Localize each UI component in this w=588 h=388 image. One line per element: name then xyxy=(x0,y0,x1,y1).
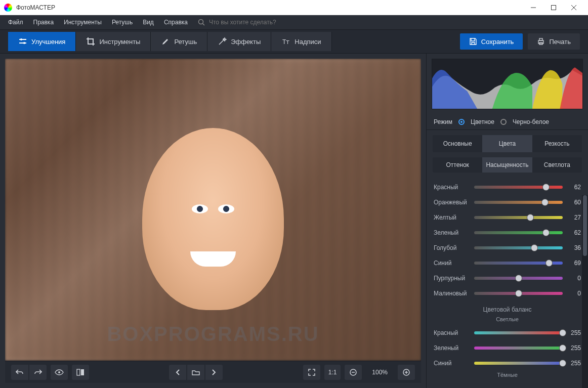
mode-row: Режим Цветное Черно-белое xyxy=(427,114,588,130)
compare-button[interactable] xyxy=(72,365,89,380)
slider-track[interactable] xyxy=(474,331,563,334)
window-maximize-button[interactable] xyxy=(543,1,564,15)
window-titlebar: ФотоМАСТЕР xyxy=(0,0,588,15)
menu-view[interactable]: Вид xyxy=(139,17,158,28)
slider-track[interactable] xyxy=(474,277,563,280)
panel-tab-sharpness[interactable]: Резкость xyxy=(532,135,582,152)
right-panel: Режим Цветное Черно-белое Основные Цвета… xyxy=(426,54,588,388)
mode-option-bw[interactable]: Черно-белое xyxy=(513,118,549,125)
slider-value: 69 xyxy=(567,260,581,267)
slider-label: Красный xyxy=(434,329,470,336)
svg-point-14 xyxy=(58,371,60,373)
slider-track[interactable] xyxy=(474,292,563,295)
mode-radio-bw[interactable] xyxy=(500,119,507,125)
slider-thumb[interactable] xyxy=(542,229,550,236)
slider-thumb[interactable] xyxy=(527,214,534,221)
slider-track[interactable] xyxy=(474,186,563,189)
next-image-button[interactable] xyxy=(205,365,223,380)
tab-label: Улучшения xyxy=(31,38,65,46)
svg-line-5 xyxy=(202,24,204,26)
window-minimize-button[interactable] xyxy=(523,1,543,15)
menu-retouch[interactable]: Ретушь xyxy=(108,17,137,28)
menu-tools[interactable]: Инструменты xyxy=(60,17,106,28)
slider-value: 255 xyxy=(567,344,581,352)
slider-track[interactable] xyxy=(474,347,563,350)
prev-image-button[interactable] xyxy=(169,365,186,380)
slider-thumb[interactable] xyxy=(515,275,522,282)
slider-thumb[interactable] xyxy=(559,360,566,367)
scrollbar-thumb[interactable] xyxy=(583,195,587,256)
slider-track[interactable] xyxy=(474,262,563,265)
slider-label: Зеленый xyxy=(434,229,470,236)
menubar: Файл Правка Инструменты Ретушь Вид Справ… xyxy=(0,15,588,29)
menu-file[interactable]: Файл xyxy=(4,17,27,28)
slider-value: 36 xyxy=(567,244,581,251)
sub-tab-lightness[interactable]: Светлота xyxy=(532,157,582,173)
sub-tab-hue[interactable]: Оттенок xyxy=(433,157,482,173)
mode-label: Режим xyxy=(434,118,452,125)
slider-value: 62 xyxy=(567,184,581,191)
slider-row: Красный255 xyxy=(434,325,581,340)
slider-track[interactable] xyxy=(474,246,563,249)
browse-button[interactable] xyxy=(187,365,204,380)
actual-size-button[interactable]: 1:1 xyxy=(324,365,341,380)
tab-tools[interactable]: Инструменты xyxy=(76,32,151,51)
slider-label: Малиновый xyxy=(434,290,470,297)
window-close-button[interactable] xyxy=(564,1,584,15)
slider-value: 0 xyxy=(567,275,581,282)
redo-button[interactable] xyxy=(29,365,47,380)
brush-icon xyxy=(161,37,170,46)
panel-scrollbar[interactable] xyxy=(582,195,588,388)
print-label: Печать xyxy=(549,38,571,46)
slider-label: Пурпурный xyxy=(434,275,470,282)
zoom-out-button[interactable] xyxy=(345,365,362,380)
slider-track[interactable] xyxy=(474,231,563,234)
balance-title: Цветовой баланс xyxy=(434,301,581,315)
menu-edit[interactable]: Правка xyxy=(29,17,58,28)
tab-enhancements[interactable]: Улучшения xyxy=(8,32,76,51)
slider-thumb[interactable] xyxy=(541,199,549,206)
slider-row: Оранжевый60 xyxy=(434,195,581,210)
print-icon xyxy=(537,37,545,46)
slider-label: Желтый xyxy=(434,214,470,221)
slider-track[interactable] xyxy=(474,201,563,204)
slider-track[interactable] xyxy=(474,362,563,365)
sliders-icon xyxy=(18,37,27,46)
mode-radio-color[interactable] xyxy=(458,119,465,125)
slider-label: Синий xyxy=(434,360,470,367)
slider-thumb[interactable] xyxy=(542,184,550,191)
slider-row: Пурпурный0 xyxy=(434,271,581,286)
slider-track[interactable] xyxy=(474,216,563,219)
zoom-in-button[interactable] xyxy=(398,365,415,380)
slider-thumb[interactable] xyxy=(559,344,566,352)
search-input[interactable] xyxy=(209,19,310,26)
svg-point-4 xyxy=(198,20,203,24)
tab-label: Надписи xyxy=(295,38,321,46)
panel-tab-colors[interactable]: Цвета xyxy=(482,135,532,152)
slider-thumb[interactable] xyxy=(559,329,566,336)
slider-thumb[interactable] xyxy=(531,244,538,251)
slider-value: 60 xyxy=(567,199,581,206)
slider-label: Красный xyxy=(434,184,470,191)
slider-thumb[interactable] xyxy=(545,260,553,267)
undo-button[interactable] xyxy=(11,365,28,380)
save-button[interactable]: Сохранить xyxy=(460,33,523,50)
slider-thumb[interactable] xyxy=(515,290,522,297)
histogram xyxy=(432,59,583,109)
mode-option-color[interactable]: Цветное xyxy=(471,118,494,125)
slider-row: Синий255 xyxy=(434,356,581,371)
fit-screen-button[interactable] xyxy=(303,365,320,380)
slider-label: Оранжевый xyxy=(434,199,470,206)
print-button[interactable]: Печать xyxy=(528,33,580,50)
tab-effects[interactable]: Эффекты xyxy=(207,32,271,51)
menu-help[interactable]: Справка xyxy=(160,17,192,28)
panel-tab-basic[interactable]: Основные xyxy=(433,135,482,152)
svg-rect-1 xyxy=(552,5,556,10)
tab-text[interactable]: Tᴛ Надписи xyxy=(271,32,331,51)
visibility-toggle-button[interactable] xyxy=(51,365,68,380)
balance-subtitle-light: Светлые xyxy=(434,315,581,325)
slider-value: 0 xyxy=(567,290,581,297)
tab-retouch[interactable]: Ретушь xyxy=(151,32,207,51)
image-canvas[interactable]: BOXPROGRAMS.RU xyxy=(5,59,421,361)
sub-tab-saturation[interactable]: Насыщенность xyxy=(482,157,532,173)
